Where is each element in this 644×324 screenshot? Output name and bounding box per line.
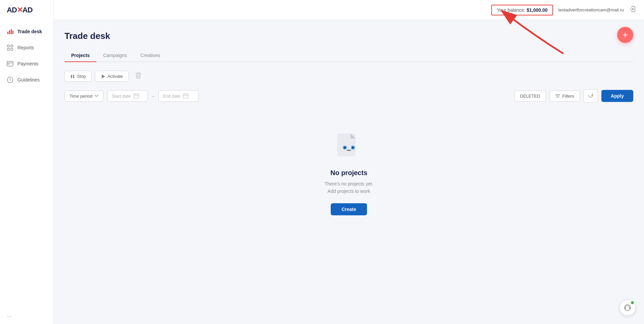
end-date-input[interactable]: End date (158, 90, 199, 102)
empty-title: No projects (330, 169, 367, 177)
card-icon (7, 60, 13, 67)
trash-icon (135, 72, 141, 79)
sidebar-nav: Trade desk Reports Paymen (0, 23, 53, 306)
tab-campaigns[interactable]: Campaigns (96, 49, 134, 62)
filters-button[interactable]: Filters (549, 91, 580, 102)
end-date-placeholder: End date (163, 94, 180, 99)
svg-point-32 (344, 147, 346, 149)
activate-label: Activate (107, 74, 123, 79)
apply-button[interactable]: Apply (601, 90, 633, 102)
date-separator: – (152, 93, 154, 99)
balance-value: $1,000.00 (526, 7, 547, 13)
sidebar-item-label-guidelines: Guidelines (17, 77, 40, 83)
svg-rect-37 (625, 307, 626, 309)
pause-icon (70, 74, 75, 79)
fab-add-button[interactable]: + (617, 27, 633, 43)
refresh-button[interactable] (583, 89, 598, 103)
play-icon (101, 74, 105, 79)
svg-rect-22 (183, 94, 188, 98)
svg-rect-4 (7, 45, 9, 47)
chart-icon (7, 28, 13, 35)
tabs: Projects Campaigns Creatives (64, 49, 633, 62)
balance-box: Your balance: $1,000.00 (491, 5, 553, 15)
empty-subtitle: There's no projects yet. Add projects to… (324, 180, 373, 195)
svg-rect-5 (11, 45, 13, 47)
chevron-down-icon (94, 95, 98, 97)
svg-rect-18 (134, 94, 139, 98)
deleted-button[interactable]: DELETED (514, 91, 546, 102)
svg-rect-14 (73, 75, 75, 78)
svg-rect-2 (11, 29, 12, 34)
filters-label: Filters (562, 94, 574, 99)
logo: AD✕AD (0, 0, 53, 20)
filter-icon (555, 94, 560, 98)
svg-marker-15 (102, 74, 105, 78)
filters-row: Time period Start date – End date (64, 89, 633, 103)
empty-state: No projects There's no projects yet. Add… (64, 111, 633, 235)
svg-rect-1 (9, 30, 10, 34)
calendar-icon (134, 93, 139, 99)
sidebar-item-reports[interactable]: Reports (0, 40, 53, 56)
support-button[interactable] (619, 299, 636, 316)
sidebar-item-label-reports: Reports (17, 45, 34, 50)
header-email: testadvertforcreationcam@mail.ru (558, 7, 624, 12)
main-area: Your balance: $1,000.00 testadvertforcre… (54, 0, 644, 324)
sidebar-item-payments[interactable]: Payments (0, 56, 53, 72)
svg-text:?: ? (9, 78, 11, 83)
header: Your balance: $1,000.00 testadvertforcre… (54, 0, 644, 20)
start-date-placeholder: Start date (112, 94, 131, 99)
delete-button[interactable] (132, 70, 145, 83)
start-date-input[interactable]: Start date (107, 90, 148, 102)
sidebar-item-trade-desk[interactable]: Trade desk (0, 23, 53, 40)
sidebar-more[interactable]: ... (0, 306, 53, 324)
sidebar: AD✕AD Trade desk (0, 0, 54, 324)
logo-text: AD✕AD (7, 6, 33, 14)
logout-icon[interactable] (629, 6, 636, 14)
svg-rect-6 (7, 48, 9, 50)
balance-label: Your balance: (497, 7, 525, 13)
calendar-icon-end (183, 93, 188, 99)
content-area: Trade desk Projects Campaigns Creatives … (54, 20, 644, 324)
headset-icon (624, 304, 632, 312)
question-icon: ? (7, 76, 13, 83)
stop-label: Stop (77, 74, 86, 79)
svg-rect-3 (12, 31, 13, 34)
create-button[interactable]: Create (331, 203, 367, 215)
time-period-label: Time period (70, 94, 92, 99)
logo-x: ✕ (17, 6, 22, 14)
tab-projects[interactable]: Projects (64, 49, 96, 62)
filters-right: DELETED Filters Apply (514, 89, 633, 103)
stop-button[interactable]: Stop (64, 71, 92, 82)
svg-rect-0 (7, 32, 8, 34)
activate-button[interactable]: Activate (95, 71, 129, 82)
refresh-icon (588, 92, 594, 98)
grid-icon (7, 44, 13, 51)
svg-rect-7 (11, 48, 13, 50)
page-title: Trade desk (64, 31, 633, 41)
svg-rect-13 (71, 75, 72, 78)
tab-creatives[interactable]: Creatives (134, 49, 167, 62)
support-online-dot (630, 301, 635, 305)
time-period-select[interactable]: Time period (64, 91, 103, 102)
empty-state-illustration (334, 131, 364, 161)
sidebar-item-label-payments: Payments (17, 61, 38, 66)
sidebar-item-label-trade-desk: Trade desk (17, 29, 42, 34)
sidebar-item-guidelines[interactable]: ? Guidelines (0, 72, 53, 88)
svg-point-33 (352, 147, 354, 149)
svg-rect-10 (8, 64, 9, 64)
toolbar: Stop Activate (64, 70, 633, 83)
svg-rect-38 (629, 307, 630, 309)
